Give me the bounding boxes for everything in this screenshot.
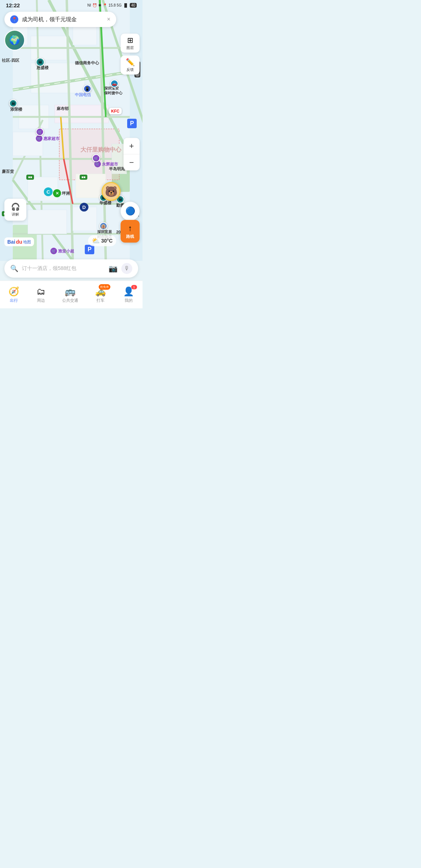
nav-item-nearby[interactable]: 🗂 周边	[37, 286, 45, 303]
nav-item-travel[interactable]: 🧭 出行	[8, 286, 19, 303]
nav-label-nearby: 周边	[37, 298, 45, 303]
bus-stop-1: ■■	[26, 175, 34, 180]
poi-huijia: 🛒	[36, 128, 44, 136]
location-button[interactable]: 🔵	[121, 202, 140, 221]
poi-shenzhenyiju: 🏨	[99, 222, 107, 230]
route-icon: ↑	[128, 224, 132, 233]
status-bar: 12:22 NI ⏰ ✱ 📍 15.8 5G ▐▌ 40	[0, 0, 143, 10]
feedback-icon: ✏️	[126, 58, 135, 66]
search-placeholder: 订十一酒店，领588红包	[22, 265, 105, 272]
poi-yonghui: 🛒	[92, 154, 100, 162]
transit-icon: 🚌	[65, 286, 76, 297]
status-time: 12:22	[6, 2, 20, 8]
kfc-marker: KFC	[109, 108, 122, 114]
headphone-icon: 🎧	[11, 202, 20, 211]
svg-rect-29	[28, 177, 58, 201]
route-button[interactable]: ↑ 路线	[121, 220, 140, 243]
search-input-wrap[interactable]: 🔍 订十一酒店，领588红包 📷 🎙	[4, 259, 138, 278]
audio-label: 讲解	[12, 212, 19, 217]
nav-item-taxi[interactable]: 🚕 打车 抢免单	[95, 286, 106, 303]
bus-stop-2: ■■	[80, 175, 87, 180]
feedback-button[interactable]: ✏️ 反馈	[121, 56, 140, 75]
baidu-logo: Bai du 地图	[4, 237, 34, 246]
feedback-label: 反馈	[126, 67, 134, 72]
parking-marker: P	[127, 119, 137, 128]
search-bar-container: 🔍 订十一酒店，领588红包 📷 🎙	[0, 256, 143, 281]
poi-engshen: 🏛	[36, 58, 45, 66]
layers-button[interactable]: ⊞ 图层	[121, 34, 140, 53]
taxi-badge: 抢免单	[99, 284, 110, 290]
weather-badge: ⛅ 30°C	[88, 235, 116, 246]
zoom-controls: + −	[124, 138, 140, 171]
marker-c: C	[44, 187, 53, 196]
banner-close-button[interactable]: ×	[107, 16, 110, 23]
zoom-in-button[interactable]: +	[124, 138, 140, 154]
marker-d: D	[80, 203, 88, 212]
bottom-nav: 🧭 出行 🗂 周边 🚌 公共交通 🚕 打车 抢免单 👤 我的 1	[0, 281, 143, 308]
layers-icon: ⊞	[127, 36, 133, 45]
svg-rect-36	[73, 24, 97, 45]
svg-rect-31	[28, 210, 67, 234]
baidu-logo-map: 地图	[23, 239, 31, 245]
nearby-icon: 🗂	[37, 286, 45, 297]
user-avatar-marker: 🐻	[102, 182, 121, 201]
nav-label-mine: 我的	[125, 298, 133, 303]
weather-temp: 30°C	[101, 238, 113, 244]
audio-guide-button[interactable]: 🎧 讲解	[4, 199, 26, 221]
search-icon: 🔍	[10, 264, 18, 273]
right-panel: ⊞ 图层 ✏️ 反馈	[121, 34, 140, 75]
nav-label-taxi: 打车	[96, 298, 105, 303]
layers-label: 图层	[126, 45, 134, 50]
voice-icon[interactable]: 🎙	[121, 263, 132, 274]
banner-text: 成为司机，领千元现金	[22, 16, 103, 23]
nav-label-transit: 公共交通	[62, 298, 78, 303]
status-icons: NI ⏰ ✱ 📍 15.8 5G ▐▌ 40	[87, 3, 137, 8]
mine-badge: 1	[131, 285, 137, 289]
poi-telecom: 📱	[83, 85, 91, 93]
baidu-logo-bai: Bai	[7, 239, 15, 245]
camera-icon[interactable]: 📷	[109, 264, 118, 273]
poi-tianlou: 🏛	[9, 99, 17, 107]
weather-icon: ⛅	[92, 237, 100, 245]
banner-location-icon	[10, 15, 18, 23]
travel-icon: 🧭	[8, 286, 19, 297]
zoom-out-button[interactable]: −	[124, 155, 140, 171]
banner-notification[interactable]: 成为司机，领千元现金 ×	[4, 12, 116, 27]
location-icon: 🔵	[125, 206, 135, 216]
user-avatar[interactable]: 🌍	[4, 30, 25, 50]
svg-rect-8	[59, 129, 119, 180]
baidu-logo-du: du	[16, 239, 22, 245]
poi-porsche: 🚗	[110, 80, 118, 88]
nav-label-travel: 出行	[10, 298, 18, 303]
route-label: 路线	[126, 234, 134, 239]
nav-item-transit[interactable]: 🚌 公共交通	[62, 286, 78, 303]
nav-item-mine[interactable]: 👤 我的 1	[123, 286, 134, 303]
svg-rect-7	[55, 105, 109, 123]
